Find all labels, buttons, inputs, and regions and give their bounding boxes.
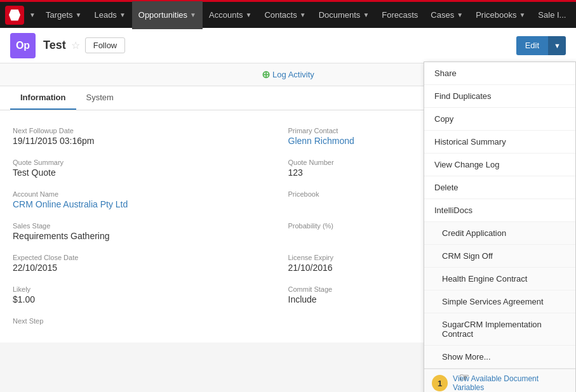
nav-logo-arrow[interactable]: ▼	[29, 11, 36, 18]
follow-button[interactable]: Follow	[85, 37, 126, 53]
field-next-followup-date: Next Followup Date 19/11/2015 03:16pm	[13, 121, 288, 152]
field-quote-summary: Quote Summary Test Quote	[13, 152, 288, 184]
dropdown-copy[interactable]: Copy	[424, 108, 575, 131]
dropdown-crm-sign-off[interactable]: CRM Sign Off	[424, 245, 575, 268]
nav-item-sale[interactable]: Sale I...	[532, 1, 572, 29]
dropdown-historical-summary[interactable]: Historical Summary	[424, 131, 575, 154]
tab-system[interactable]: System	[76, 86, 124, 110]
log-activity-icon: ⊕	[262, 69, 270, 81]
documents-arrow: ▼	[363, 11, 369, 18]
field-next-step: Next Step	[13, 311, 288, 332]
header-bar: Op Test ☆ Follow Edit ▼	[0, 28, 576, 63]
edit-dropdown-button[interactable]: ▼	[548, 36, 566, 55]
dropdown-credit-application[interactable]: Credit Application	[424, 222, 575, 245]
edit-button[interactable]: Edit	[516, 36, 548, 55]
nav-item-pricebooks[interactable]: Pricebooks ▼	[469, 1, 532, 29]
header-actions: Edit ▼	[516, 36, 566, 55]
pricebooks-arrow: ▼	[519, 11, 525, 18]
record-icon: Op	[10, 33, 36, 58]
dropdown-view-change-log[interactable]: View Change Log	[424, 154, 575, 176]
contacts-arrow: ▼	[300, 11, 306, 18]
log-activity-link[interactable]: ⊕ Log Activity	[262, 69, 314, 81]
nav-item-forecasts[interactable]: Forecasts	[375, 1, 424, 29]
field-account-name: Account Name CRM Online Australia Pty Lt…	[13, 184, 288, 216]
nav-item-accounts[interactable]: Accounts ▼	[203, 1, 258, 29]
nav-item-opportunities[interactable]: Opportunities ▼	[132, 1, 203, 29]
tab-information[interactable]: Information	[10, 86, 76, 110]
dropdown-intellidocs[interactable]: IntelliDocs	[424, 199, 575, 222]
leads-arrow: ▼	[119, 11, 126, 18]
dropdown-simple-services[interactable]: Simple Services Agreement	[424, 291, 575, 313]
field-expected-close-date: Expected Close Date 22/10/2015	[13, 247, 288, 279]
opportunities-arrow: ▼	[190, 11, 196, 18]
view-doc-variables-link[interactable]: View Available Document Variables	[453, 374, 568, 392]
dropdown-find-duplicates[interactable]: Find Duplicates	[424, 85, 575, 108]
field-likely: Likely $1.00	[13, 279, 288, 311]
action-dropdown: Share Find Duplicates Copy Historical Su…	[424, 62, 576, 392]
record-title: Test	[43, 39, 66, 52]
favorite-star-icon[interactable]: ☆	[71, 39, 80, 51]
top-nav: ▼ Targets ▼ Leads ▼ Opportunities ▼ Acco…	[0, 0, 576, 28]
cases-arrow: ▼	[457, 11, 463, 18]
app-logo[interactable]	[5, 6, 24, 25]
account-name-link[interactable]: CRM Online Australia Pty Ltd	[13, 199, 288, 209]
dropdown-delete[interactable]: Delete	[424, 176, 575, 199]
accounts-arrow: ▼	[246, 11, 252, 18]
dropdown-show-more[interactable]: Show More...	[424, 346, 575, 369]
field-sales-stage: Sales Stage Requirements Gathering	[13, 216, 288, 247]
nav-item-documents[interactable]: Documents ▼	[312, 1, 376, 29]
nav-item-leads[interactable]: Leads ▼	[88, 1, 131, 29]
nav-item-targets[interactable]: Targets ▼	[39, 1, 88, 29]
doc-variables-badge: 1	[432, 375, 448, 391]
dropdown-share[interactable]: Share	[424, 62, 575, 85]
targets-arrow: ▼	[76, 11, 82, 18]
dropdown-sugarcrm-impl[interactable]: SugarCRM Implementation Contract	[424, 313, 575, 346]
nav-item-cases[interactable]: Cases ▼	[424, 1, 469, 29]
logo-icon	[9, 10, 20, 21]
nav-item-contacts[interactable]: Contacts ▼	[258, 1, 312, 29]
dropdown-health-engine[interactable]: Health Engine Contract	[424, 268, 575, 291]
